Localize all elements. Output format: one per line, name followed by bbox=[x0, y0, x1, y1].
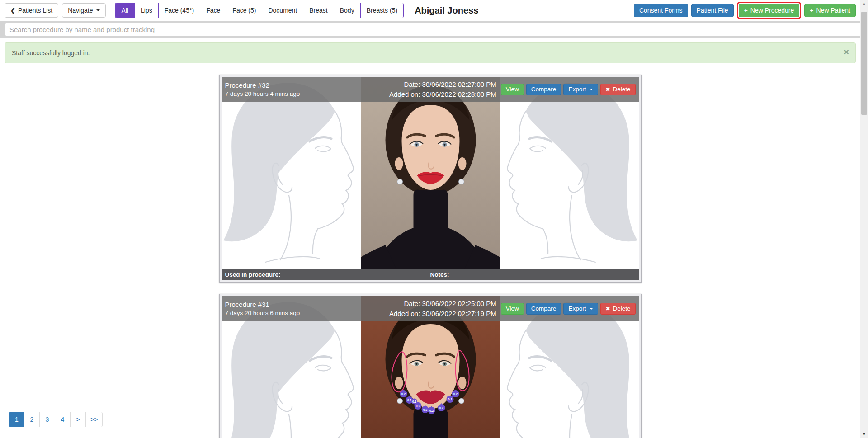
tab-document[interactable]: Document bbox=[262, 3, 303, 18]
view-button[interactable]: View bbox=[501, 84, 524, 95]
close-icon[interactable]: × bbox=[844, 47, 849, 57]
caret-down-icon bbox=[590, 89, 593, 90]
new-patient-button[interactable]: + New Patient bbox=[804, 4, 856, 17]
plus-icon: + bbox=[810, 7, 813, 14]
tab-face-45[interactable]: Face (45°) bbox=[158, 3, 200, 18]
tab-all[interactable]: All bbox=[115, 3, 134, 18]
navigate-dropdown-button[interactable]: Navigate bbox=[62, 3, 106, 18]
vertical-scrollbar[interactable]: ▲ ▼ bbox=[860, 0, 868, 438]
procedure-card-32: Procedure #32 7 days 20 hours 4 mins ago… bbox=[219, 75, 642, 283]
navigate-label: Navigate bbox=[68, 7, 93, 14]
new-procedure-button[interactable]: + New Procedure bbox=[739, 4, 800, 17]
procedure-dates: Date: 30/06/2022 02:27:00 PM Added on: 3… bbox=[389, 80, 496, 99]
procedures-list: Procedure #32 7 days 20 hours 4 mins ago… bbox=[0, 75, 860, 438]
svg-text:0.2: 0.2 bbox=[407, 399, 411, 402]
procedure-card-31: Procedure #31 7 days 20 hours 6 mins ago… bbox=[219, 294, 642, 438]
page-title-patient-name: Abigail Joness bbox=[415, 5, 478, 16]
patients-list-button[interactable]: ❮ Patients List bbox=[5, 3, 58, 18]
procedure-31-images: Procedure #31 7 days 20 hours 6 mins ago… bbox=[222, 296, 639, 438]
svg-text:0.2: 0.2 bbox=[423, 408, 427, 411]
page-1[interactable]: 1 bbox=[9, 412, 24, 427]
page-3[interactable]: 3 bbox=[40, 412, 55, 427]
compare-button[interactable]: Compare bbox=[526, 303, 561, 315]
page-next[interactable]: > bbox=[71, 412, 86, 427]
scroll-down-icon[interactable]: ▼ bbox=[860, 430, 868, 438]
svg-text:0.2: 0.2 bbox=[453, 392, 457, 396]
procedure-title: Procedure #32 bbox=[225, 80, 300, 90]
success-alert: Staff successfully logged in. × bbox=[5, 42, 856, 63]
procedure-31-header: Procedure #31 7 days 20 hours 6 mins ago… bbox=[222, 296, 639, 321]
svg-text:0.2: 0.2 bbox=[401, 392, 405, 396]
caret-down-icon bbox=[96, 9, 100, 11]
page-2[interactable]: 2 bbox=[24, 412, 40, 427]
pagination: 1 2 3 4 > >> bbox=[9, 412, 103, 427]
top-toolbar: ❮ Patients List Navigate All Lips Face (… bbox=[0, 0, 868, 21]
scrollbar-thumb[interactable] bbox=[861, 12, 867, 115]
scroll-up-icon[interactable]: ▲ bbox=[860, 0, 868, 8]
procedure-32-footer: Used in procedure: Notes: bbox=[222, 269, 639, 280]
compare-button[interactable]: Compare bbox=[526, 84, 561, 95]
toolbar-right-actions: Consent Forms Patient File + New Procedu… bbox=[634, 2, 856, 19]
patients-list-label: Patients List bbox=[18, 7, 52, 14]
procedure-title: Procedure #31 bbox=[225, 300, 300, 309]
svg-text:0.2: 0.2 bbox=[448, 398, 452, 401]
tab-face[interactable]: Face bbox=[200, 3, 226, 18]
view-button[interactable]: View bbox=[501, 303, 524, 315]
alert-message: Staff successfully logged in. bbox=[12, 49, 90, 57]
consent-forms-button[interactable]: Consent Forms bbox=[634, 4, 688, 17]
export-dropdown-button[interactable]: Export bbox=[563, 303, 598, 315]
procedure-age: 7 days 20 hours 4 mins ago bbox=[225, 90, 300, 99]
delete-x-icon: ✖ bbox=[605, 306, 610, 311]
svg-text:0.2: 0.2 bbox=[415, 405, 420, 408]
tab-breasts-5[interactable]: Breasts (5) bbox=[360, 3, 403, 18]
caret-down-icon bbox=[590, 308, 593, 310]
procedure-age: 7 days 20 hours 6 mins ago bbox=[225, 309, 300, 318]
patient-file-button[interactable]: Patient File bbox=[691, 4, 734, 17]
export-dropdown-button[interactable]: Export bbox=[563, 84, 598, 95]
procedure-32-header: Procedure #32 7 days 20 hours 4 mins ago… bbox=[222, 77, 639, 102]
page-4[interactable]: 4 bbox=[55, 412, 71, 427]
svg-text:0.2: 0.2 bbox=[439, 406, 443, 410]
notes-label: Notes: bbox=[430, 271, 449, 278]
profile-silhouette-right-image[interactable] bbox=[500, 77, 639, 269]
patient-photo-front-image[interactable] bbox=[361, 77, 500, 269]
tab-body[interactable]: Body bbox=[334, 3, 360, 18]
used-in-procedure-label: Used in procedure: bbox=[225, 271, 430, 278]
new-procedure-highlight: + New Procedure bbox=[737, 2, 802, 19]
tab-breast[interactable]: Breast bbox=[303, 3, 333, 18]
procedure-dates: Date: 30/06/2022 02:25:00 PM Added on: 3… bbox=[389, 299, 496, 319]
tab-lips[interactable]: Lips bbox=[134, 3, 158, 18]
svg-text:0.1: 0.1 bbox=[412, 400, 416, 403]
procedure-32-images: Procedure #32 7 days 20 hours 4 mins ago… bbox=[222, 77, 639, 269]
page-last[interactable]: >> bbox=[86, 412, 103, 427]
plus-icon: + bbox=[744, 7, 748, 14]
chevron-left-icon: ❮ bbox=[10, 8, 15, 14]
delete-x-icon: ✖ bbox=[605, 87, 610, 92]
delete-button[interactable]: ✖ Delete bbox=[600, 303, 635, 315]
search-input[interactable] bbox=[5, 23, 863, 36]
profile-silhouette-left-image[interactable] bbox=[222, 77, 361, 269]
search-band bbox=[0, 21, 868, 38]
tab-face-5[interactable]: Face (5) bbox=[226, 3, 262, 18]
svg-text:0.2: 0.2 bbox=[429, 409, 433, 412]
procedure-filter-tabs: All Lips Face (45°) Face Face (5) Docume… bbox=[115, 3, 404, 18]
delete-button[interactable]: ✖ Delete bbox=[600, 84, 635, 95]
